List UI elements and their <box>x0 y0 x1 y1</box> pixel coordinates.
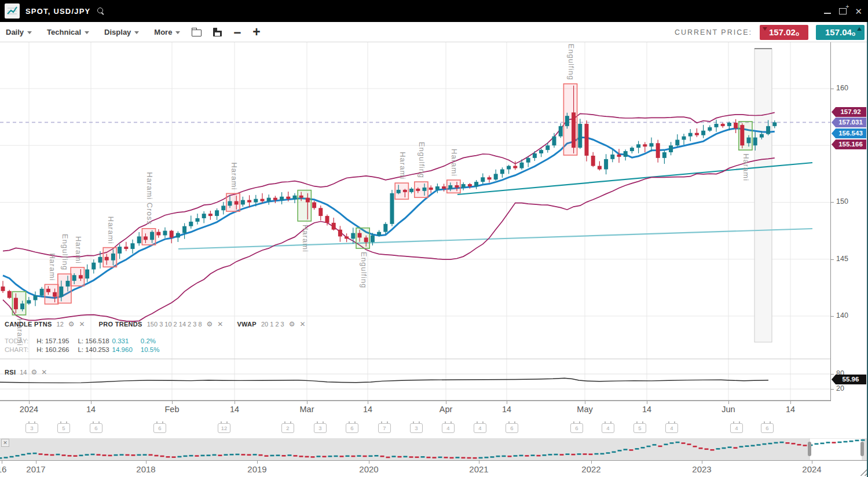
candle <box>85 269 89 278</box>
candle <box>189 222 193 226</box>
candle <box>98 257 102 263</box>
candle <box>46 289 50 292</box>
calendar-event-icon[interactable]: 6 <box>761 423 774 433</box>
axis-tick-label: Feb <box>165 405 180 414</box>
calendar-event-icon[interactable]: 6 <box>570 423 583 433</box>
candle <box>228 201 232 206</box>
navigator-right-handle[interactable] <box>860 442 864 456</box>
calendar-event-icon[interactable]: 12 <box>218 423 230 433</box>
indicator-name: PRO TRENDS <box>99 321 142 328</box>
close-icon[interactable]: ✕ <box>41 368 47 376</box>
gear-icon[interactable]: ⚙ <box>68 320 75 328</box>
range-navigator[interactable]: ✕ <box>0 438 868 460</box>
candle <box>273 198 277 200</box>
pattern-label: Harami <box>107 217 115 244</box>
candle <box>390 193 394 224</box>
calendar-event-icon[interactable]: 6 <box>506 423 518 433</box>
candle <box>455 185 459 188</box>
menu-more[interactable]: More <box>154 28 180 36</box>
axis-tick <box>728 401 729 404</box>
calendar-event-icon[interactable]: 7 <box>378 423 391 433</box>
minimize-button[interactable] <box>824 13 831 14</box>
candle <box>669 145 673 152</box>
calendar-event-icon[interactable]: 5 <box>57 423 70 433</box>
gear-icon[interactable]: ⚙ <box>289 320 295 328</box>
axis-tick <box>446 401 446 404</box>
app-logo <box>5 3 20 19</box>
axis-tick <box>507 401 507 404</box>
candle <box>409 189 413 192</box>
close-button[interactable]: ✕ <box>855 7 862 16</box>
candle <box>565 116 569 126</box>
open-folder-icon[interactable] <box>192 30 202 36</box>
calendar-event-icon[interactable]: 4 <box>474 423 486 433</box>
zoom-out-button[interactable]: – <box>233 26 241 38</box>
close-icon[interactable]: ✕ <box>79 320 85 328</box>
calendar-event-icon[interactable]: 4 <box>665 423 678 433</box>
indicator-params: 12 <box>57 321 64 328</box>
navigator-close-icon[interactable]: ✕ <box>1 439 9 447</box>
calendar-event-icon[interactable]: 3 <box>25 423 38 433</box>
trading-app-window: SPOT, USD/JPY ✕ Daily Technical Display … <box>0 0 868 477</box>
pattern-label: Engulfing <box>61 234 69 270</box>
search-icon[interactable] <box>97 8 104 14</box>
candle <box>448 185 452 189</box>
axis-tick <box>831 259 834 260</box>
axis-tick <box>702 461 702 464</box>
calendar-event-icon[interactable]: 4 <box>442 423 455 433</box>
candle <box>156 232 160 236</box>
zoom-in-button[interactable]: + <box>252 26 260 38</box>
gear-icon[interactable]: ⚙ <box>31 368 38 376</box>
candle <box>604 159 608 170</box>
chevron-down-icon <box>175 31 180 34</box>
candle <box>338 230 342 237</box>
candle <box>91 263 96 270</box>
navigator-mini-chart <box>0 438 868 460</box>
calendar-event-icon[interactable]: 5 <box>633 423 646 433</box>
calendar-event-icon[interactable]: 6 <box>153 423 166 433</box>
candle <box>377 232 381 236</box>
axis-tick <box>29 401 30 404</box>
gear-icon[interactable]: ⚙ <box>207 320 213 328</box>
axis-tick <box>36 461 36 464</box>
candle <box>682 137 686 140</box>
axis-tick-label: 14 <box>86 405 96 414</box>
calendar-event-icon[interactable]: 4 <box>730 423 743 433</box>
ask-price-button[interactable]: 157.04o <box>816 25 865 40</box>
time-axis[interactable]: 202414Feb14Mar14Apr14May14Jun14 <box>0 401 830 417</box>
close-icon[interactable]: ✕ <box>217 320 223 328</box>
candle <box>559 126 563 137</box>
calendar-event-icon[interactable]: 2 <box>281 423 294 433</box>
candle <box>688 133 693 137</box>
axis-tick-label: 145 <box>836 255 848 263</box>
pattern-label: Engulfing <box>360 252 368 288</box>
axis-tick-label: 2024 <box>20 405 38 414</box>
year-label: 2018 <box>136 464 155 474</box>
candle <box>727 123 731 126</box>
popout-button[interactable] <box>839 8 847 14</box>
bid-price-button[interactable]: 157.02o <box>760 25 808 40</box>
axis-tick <box>146 461 147 464</box>
axis-tick-label: 14 <box>642 405 651 414</box>
menu-technical[interactable]: Technical <box>47 28 89 36</box>
menu-display[interactable]: Display <box>104 28 139 36</box>
calendar-event-icon[interactable]: 6 <box>346 423 358 433</box>
candle <box>610 155 614 159</box>
calendar-event-icon[interactable]: 6 <box>90 423 102 433</box>
axis-tick-label: 160 <box>836 84 848 92</box>
candle <box>766 126 770 134</box>
price-axis[interactable]: 1601501451408020157.92157.031156.543155.… <box>830 42 867 401</box>
candle <box>318 208 323 216</box>
navigator-left-handle[interactable] <box>808 442 811 456</box>
candle <box>462 184 466 188</box>
menu-timeframe[interactable]: Daily <box>6 28 32 36</box>
pattern-label: Engulfing <box>567 44 576 80</box>
calendar-event-icon[interactable]: 3 <box>410 423 423 433</box>
save-icon[interactable] <box>213 28 222 36</box>
calendar-event-icon[interactable]: 4 <box>602 423 614 433</box>
close-icon[interactable]: ✕ <box>300 320 306 328</box>
today-stats-row: TODAY: H: 157.195 L: 156.518 0.331 0.2% <box>5 337 159 346</box>
candle <box>474 182 478 186</box>
axis-tick <box>831 202 834 203</box>
calendar-event-icon[interactable]: 3 <box>314 423 327 433</box>
